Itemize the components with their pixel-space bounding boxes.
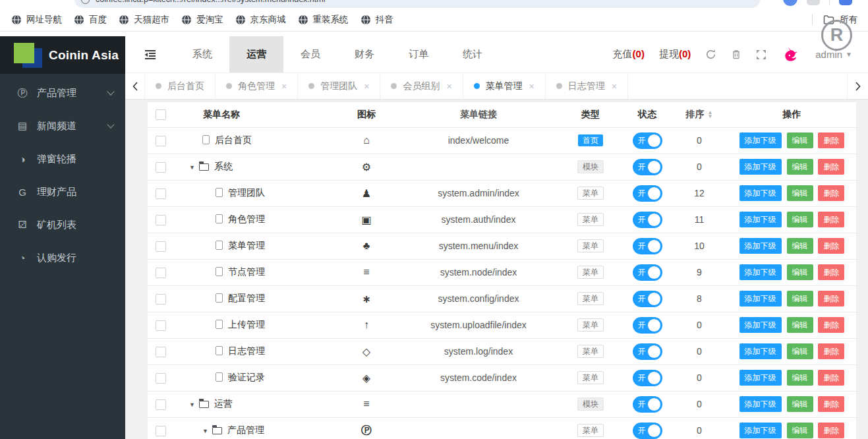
row-checkbox[interactable]: [156, 399, 166, 410]
add-child-button[interactable]: 添加下级: [739, 343, 782, 359]
edit-button[interactable]: 编辑: [787, 317, 813, 333]
nav-item-stats[interactable]: 统计: [446, 36, 500, 73]
delete-button[interactable]: 删除: [818, 396, 844, 412]
delete-button[interactable]: 删除: [818, 132, 844, 148]
address-bar[interactable]: coinfee.linca.p=kltech.../ref/index.../r…: [74, 0, 760, 8]
edit-button[interactable]: 编辑: [787, 238, 813, 254]
row-checkbox[interactable]: [156, 215, 166, 225]
delete-button[interactable]: 删除: [818, 423, 844, 438]
tab[interactable]: 日志管理 ×: [546, 73, 628, 99]
row-checkbox[interactable]: [156, 268, 166, 278]
tab[interactable]: 会员组别 ×: [380, 73, 463, 99]
edit-button[interactable]: 编辑: [787, 264, 813, 280]
bookmark-item[interactable]: 京东商城: [229, 11, 292, 28]
tab[interactable]: 角色管理 ×: [216, 73, 298, 99]
trash-icon[interactable]: [731, 49, 741, 60]
status-toggle[interactable]: 开: [633, 343, 662, 360]
tabs-scroll-left-icon[interactable]: [125, 73, 145, 99]
recharge-counter[interactable]: 充值(0): [613, 48, 645, 61]
edit-button[interactable]: 编辑: [787, 423, 813, 438]
col-sort[interactable]: 排序▲▼: [671, 102, 728, 127]
row-checkbox[interactable]: [156, 426, 166, 436]
bookmark-item[interactable]: 百度: [68, 11, 113, 28]
add-child-button[interactable]: 添加下级: [739, 132, 782, 148]
status-toggle[interactable]: 开: [633, 317, 662, 334]
back-icon[interactable]: ←: [7, 0, 17, 3]
collapse-arrow-icon[interactable]: ▼: [189, 164, 195, 171]
sidebar-item-product[interactable]: Ⓟ 产品管理: [0, 76, 125, 109]
unicorn-avatar-icon[interactable]: [781, 45, 801, 65]
edit-button[interactable]: 编辑: [787, 396, 813, 412]
delete-button[interactable]: 删除: [818, 264, 844, 280]
delete-button[interactable]: 删除: [818, 185, 844, 201]
bookmark-item[interactable]: 网址导航: [5, 11, 68, 28]
delete-button[interactable]: 删除: [818, 212, 844, 227]
status-toggle[interactable]: 开: [633, 132, 662, 149]
status-toggle[interactable]: 开: [633, 423, 662, 439]
nav-item-system[interactable]: 系统: [175, 36, 229, 73]
add-child-button[interactable]: 添加下级: [739, 317, 782, 333]
row-checkbox[interactable]: [156, 373, 166, 384]
add-child-button[interactable]: 添加下级: [739, 396, 782, 412]
collapse-arrow-icon[interactable]: ▼: [202, 428, 208, 434]
delete-button[interactable]: 删除: [818, 159, 844, 175]
sidebar-item-subscribe[interactable]: ◔ 认购发行: [0, 241, 125, 274]
edit-button[interactable]: 编辑: [787, 185, 813, 201]
sort-arrows-icon[interactable]: ▲▼: [708, 111, 713, 119]
tab[interactable]: 后台首页: [145, 73, 216, 99]
close-icon[interactable]: ×: [446, 81, 451, 92]
row-checkbox[interactable]: [156, 320, 166, 331]
apps-grid-icon[interactable]: ⠿: [63, 0, 71, 3]
add-child-button[interactable]: 添加下级: [739, 159, 782, 175]
collapse-sidebar-icon[interactable]: [125, 36, 175, 73]
select-all-checkbox[interactable]: [156, 109, 166, 120]
add-child-button[interactable]: 添加下级: [739, 238, 782, 254]
delete-button[interactable]: 删除: [818, 370, 844, 386]
status-toggle[interactable]: 开: [633, 185, 662, 202]
row-checkbox[interactable]: [156, 189, 166, 199]
row-checkbox[interactable]: [156, 162, 166, 173]
status-toggle[interactable]: 开: [633, 212, 662, 228]
add-child-button[interactable]: 添加下级: [739, 291, 782, 307]
edit-button[interactable]: 编辑: [787, 159, 813, 175]
nav-item-member[interactable]: 会员: [283, 36, 337, 73]
status-toggle[interactable]: 开: [633, 291, 662, 307]
delete-button[interactable]: 删除: [818, 343, 844, 359]
tab[interactable]: 管理团队 ×: [298, 73, 380, 99]
add-child-button[interactable]: 添加下级: [739, 264, 782, 280]
logo[interactable]: Coinin Asia: [0, 36, 125, 74]
add-child-button[interactable]: 添加下级: [739, 423, 782, 438]
side-panel-icon[interactable]: [807, 0, 820, 5]
edit-button[interactable]: 编辑: [787, 291, 813, 307]
extension-icon[interactable]: [783, 0, 797, 6]
add-child-button[interactable]: 添加下级: [739, 212, 782, 227]
nav-item-order[interactable]: 订单: [391, 36, 446, 73]
close-icon[interactable]: ×: [529, 81, 535, 92]
close-icon[interactable]: ×: [612, 81, 617, 92]
close-icon[interactable]: ×: [364, 81, 369, 92]
nav-item-operation[interactable]: 运营: [229, 36, 283, 73]
profile-avatar[interactable]: [839, 0, 852, 5]
status-toggle[interactable]: 开: [633, 370, 662, 386]
fullscreen-icon[interactable]: [756, 49, 767, 60]
edit-button[interactable]: 编辑: [787, 370, 813, 386]
status-toggle[interactable]: 开: [633, 238, 662, 254]
sidebar-item-finance[interactable]: G 理财产品: [0, 175, 125, 208]
forward-icon[interactable]: →: [28, 0, 38, 3]
nav-item-finance[interactable]: 财务: [337, 36, 391, 73]
row-checkbox[interactable]: [156, 347, 166, 357]
status-toggle[interactable]: 开: [633, 264, 662, 281]
tabs-scroll-right-icon[interactable]: [847, 73, 868, 99]
sidebar-item-news[interactable]: ▤ 新闻频道: [0, 109, 125, 142]
delete-button[interactable]: 删除: [818, 317, 844, 333]
edit-button[interactable]: 编辑: [787, 343, 813, 359]
reload-icon[interactable]: ↻: [47, 0, 56, 3]
edit-button[interactable]: 编辑: [787, 212, 813, 227]
delete-button[interactable]: 删除: [818, 291, 844, 307]
sidebar-item-popup[interactable]: ◑ 弹窗轮播: [0, 142, 125, 175]
row-checkbox[interactable]: [156, 241, 166, 252]
bookmark-item[interactable]: 抖音: [355, 11, 399, 28]
status-toggle[interactable]: 开: [633, 396, 662, 413]
bookmark-item[interactable]: 重装系统: [292, 11, 355, 28]
delete-button[interactable]: 删除: [818, 238, 844, 254]
